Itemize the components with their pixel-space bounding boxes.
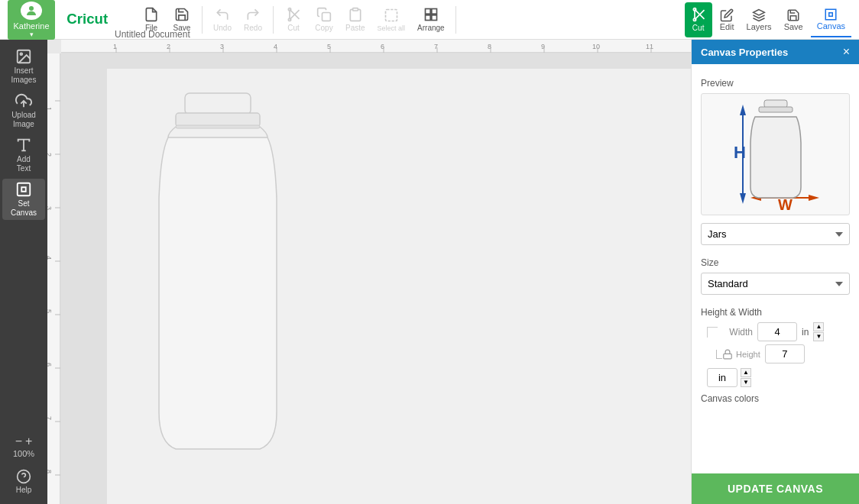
- width-spinner: ▲ ▼: [813, 322, 824, 341]
- panel-title: Canvas Properties: [701, 47, 788, 58]
- cut-green-button[interactable]: Cut: [685, 2, 712, 37]
- svg-point-21: [20, 53, 22, 55]
- height-input[interactable]: [765, 344, 805, 363]
- svg-rect-11: [432, 9, 437, 15]
- canvas-colors-label: Canvas colors: [701, 393, 850, 404]
- sidebar-upload-label: UploadImage: [11, 111, 36, 129]
- cut-label: Cut: [287, 24, 300, 32]
- svg-text:2: 2: [47, 153, 53, 157]
- edit-label: Edit: [720, 22, 734, 31]
- svg-text:11: 11: [646, 43, 653, 50]
- svg-rect-9: [385, 9, 397, 21]
- width-up-btn[interactable]: ▲: [813, 322, 824, 331]
- undo-button[interactable]: Undo: [209, 2, 236, 37]
- size-dropdown[interactable]: Standard Small Large Custom: [701, 273, 850, 295]
- user-avatar: [21, 2, 42, 20]
- svg-marker-19: [754, 9, 765, 15]
- svg-text:10: 10: [592, 43, 600, 50]
- svg-rect-68: [185, 93, 251, 115]
- panel-footer: UPDATE CANVAS: [692, 473, 859, 504]
- panel-header: Canvas Properties ×: [692, 40, 859, 64]
- zoom-controls: − + 100%: [13, 435, 34, 458]
- svg-point-0: [29, 6, 34, 11]
- user-dropdown-arrow: ▾: [30, 31, 34, 38]
- width-down-btn[interactable]: ▼: [813, 332, 824, 341]
- edit-button[interactable]: Edit: [715, 2, 739, 37]
- sidebar-item-add-text[interactable]: AddText: [2, 134, 45, 176]
- canvas-properties-panel: Canvas Properties × Preview H W: [691, 40, 859, 504]
- size-label: Size: [701, 257, 850, 268]
- sidebar-insert-label: InsertImages: [11, 66, 37, 85]
- height-label: Height: [736, 350, 760, 359]
- unit-row: ▲ ▼: [707, 368, 850, 387]
- select-all-button[interactable]: Select all: [373, 2, 410, 37]
- canvas-button[interactable]: Canvas: [811, 2, 851, 37]
- sidebar-item-upload-image[interactable]: UploadImage: [2, 90, 45, 131]
- width-input[interactable]: [757, 322, 797, 341]
- svg-rect-80: [759, 107, 793, 112]
- svg-rect-8: [352, 8, 358, 11]
- paste-label: Paste: [345, 24, 365, 32]
- doc-title: Untitled Document: [115, 29, 190, 40]
- svg-text:1: 1: [47, 107, 53, 111]
- zoom-out-button[interactable]: −: [15, 435, 22, 447]
- redo-button[interactable]: Redo: [239, 2, 267, 37]
- jar-shape: [138, 92, 298, 468]
- save2-button[interactable]: Save: [780, 2, 808, 37]
- sidebar-item-insert-images[interactable]: InsertImages: [2, 46, 45, 87]
- unit-input[interactable]: [707, 368, 737, 387]
- unit-spinner: ▲ ▼: [741, 368, 751, 387]
- svg-text:5: 5: [47, 309, 53, 313]
- zoom-in-button[interactable]: +: [25, 435, 32, 447]
- select-all-label: Select all: [378, 24, 406, 32]
- layers-button[interactable]: Layers: [742, 2, 776, 37]
- svg-text:8: 8: [47, 470, 53, 473]
- sidebar: InsertImages UploadImage AddText SetCanv…: [0, 40, 47, 504]
- svg-text:6: 6: [47, 363, 53, 367]
- user-name: Katherine: [13, 21, 49, 31]
- workspace[interactable]: [61, 53, 691, 504]
- svg-rect-25: [18, 183, 31, 196]
- svg-text:H: H: [734, 143, 746, 162]
- sidebar-set-canvas-label: SetCanvas: [11, 199, 37, 218]
- svg-marker-77: [809, 195, 819, 201]
- copy-label: Copy: [315, 24, 332, 32]
- copy-button[interactable]: Copy: [310, 2, 338, 37]
- cut-btn-label: Cut: [692, 24, 705, 32]
- svg-rect-12: [425, 15, 430, 21]
- main-area: 1 2 3 4 5 6 7 8 9 10 11 1 2 3 4 5: [47, 40, 859, 504]
- svg-marker-73: [740, 193, 746, 204]
- canvas-label: Canvas: [817, 21, 845, 31]
- redo-label: Redo: [244, 24, 262, 32]
- unit-up-btn[interactable]: ▲: [741, 368, 751, 377]
- update-canvas-button[interactable]: UPDATE CANVAS: [692, 473, 859, 504]
- lock-row: Height: [716, 344, 850, 363]
- svg-text:W: W: [778, 196, 793, 212]
- sidebar-add-text-label: AddText: [17, 155, 31, 173]
- ruler-left: 1 2 3 4 5 6 7 8: [47, 53, 61, 504]
- sidebar-bottom: − + 100% Help: [0, 435, 47, 504]
- sidebar-item-set-canvas[interactable]: SetCanvas: [2, 179, 45, 220]
- width-label: Width: [722, 327, 753, 338]
- arrange-label: Arrange: [417, 24, 445, 32]
- svg-rect-69: [176, 113, 260, 127]
- undo-label: Undo: [213, 24, 232, 32]
- user-button[interactable]: Katherine ▾: [8, 0, 55, 40]
- help-label: Help: [16, 486, 32, 494]
- paste-button[interactable]: Paste: [341, 2, 370, 37]
- svg-text:3: 3: [47, 206, 53, 210]
- sidebar-item-help[interactable]: Help: [2, 464, 45, 498]
- arrange-button[interactable]: Arrange: [413, 2, 449, 37]
- panel-close-button[interactable]: ×: [843, 46, 850, 58]
- shape-dropdown[interactable]: Jars Mugs Bottles Tumblers: [701, 223, 850, 245]
- preview-area: H W: [701, 93, 850, 215]
- sep1: [202, 6, 203, 34]
- svg-rect-81: [724, 354, 732, 358]
- svg-text:4: 4: [47, 256, 53, 260]
- unit-down-btn[interactable]: ▼: [741, 378, 751, 387]
- svg-marker-72: [740, 105, 746, 115]
- sep3: [455, 6, 456, 34]
- cut-button[interactable]: Cut: [280, 2, 307, 37]
- connector-top: [707, 327, 718, 338]
- svg-rect-13: [432, 15, 437, 21]
